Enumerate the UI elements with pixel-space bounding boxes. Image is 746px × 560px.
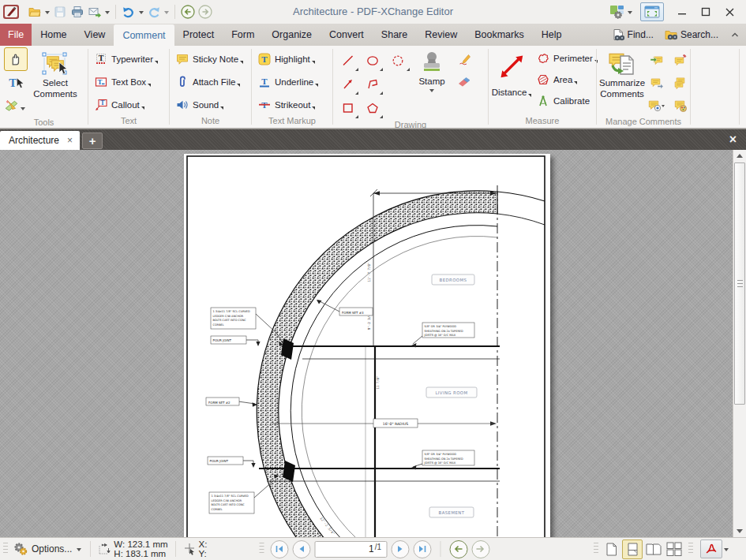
options-dropdown-icon[interactable] (77, 548, 81, 551)
tab-help[interactable]: Help (533, 24, 571, 46)
polygon-tool-button[interactable] (360, 96, 384, 120)
measure-tools-button[interactable] (2, 95, 28, 117)
collapse-ribbon-icon[interactable] (724, 24, 746, 46)
underline-button[interactable]: T Underline (257, 70, 330, 93)
text-box-button[interactable]: T Text Box (93, 70, 167, 93)
acrobat-dropdown-icon[interactable] (724, 548, 729, 551)
open-button[interactable] (26, 2, 43, 21)
stamp-button[interactable]: Stamp (411, 47, 452, 120)
print-button[interactable] (69, 2, 86, 21)
document-tab-architecture[interactable]: Architecture × (0, 131, 80, 150)
highlight-button[interactable]: T Highlight (257, 47, 330, 70)
redo-dropdown-icon[interactable] (164, 11, 169, 14)
next-page-button[interactable] (391, 540, 409, 558)
forward-button[interactable] (197, 2, 214, 21)
summarize-comments-button[interactable]: Summarize Comments (599, 47, 645, 117)
tab-bookmarks[interactable]: Bookmarks (466, 24, 533, 46)
single-page-view-button[interactable] (602, 540, 620, 558)
export-comments-button[interactable] (645, 71, 669, 94)
tab-home[interactable]: Home (32, 24, 75, 46)
two-page-continuous-view-button[interactable] (665, 540, 684, 558)
new-document-tab-button[interactable]: + (82, 133, 103, 149)
pin-comment-button[interactable] (669, 48, 692, 71)
tab-organize[interactable]: Organize (263, 24, 321, 46)
callout-button[interactable]: T Callout (93, 93, 167, 116)
tab-review[interactable]: Review (416, 24, 466, 46)
find-button[interactable]: Find... (606, 24, 659, 46)
document-canvas[interactable]: 11'-7 7/8" 9'-2 3/4" 11 7/8" 12'-2 3/4" (0, 150, 746, 537)
open-dropdown-icon[interactable] (45, 11, 50, 14)
eraser-tool-button[interactable] (453, 71, 475, 91)
open-in-acrobat-button[interactable] (700, 539, 722, 558)
distance-button[interactable]: Distance (490, 85, 534, 99)
close-button[interactable] (718, 2, 741, 21)
perimeter-button[interactable]: Perimeter (535, 47, 599, 69)
area-icon (537, 73, 549, 86)
rectangle-tool-button[interactable] (336, 96, 360, 120)
tab-view[interactable]: View (76, 24, 114, 46)
continuous-view-button[interactable] (622, 539, 643, 559)
comment-styles-button[interactable] (669, 94, 692, 117)
show-comments-button[interactable] (645, 94, 669, 117)
session-button[interactable] (609, 2, 626, 21)
save-button[interactable] (51, 2, 69, 21)
fullscreen-button[interactable] (640, 2, 664, 21)
strikeout-button[interactable]: T Strikeout (257, 93, 330, 116)
last-page-button[interactable] (413, 540, 431, 558)
close-pane-icon[interactable]: × (720, 129, 746, 150)
options-button[interactable]: Options... (10, 542, 85, 556)
ledger-note-bottom-line4: CORBEL (212, 508, 223, 511)
undo-button[interactable] (120, 2, 137, 21)
history-forward-button[interactable] (471, 540, 489, 558)
page-number-input[interactable] (343, 543, 374, 554)
tab-comment[interactable]: Comment (114, 24, 174, 46)
polygon-line-tool-button[interactable] (360, 73, 384, 96)
attach-file-button[interactable]: Attach File (174, 70, 249, 93)
calibrate-button[interactable]: Calibrate (535, 90, 599, 111)
redo-button[interactable] (145, 2, 163, 21)
comments-list-button[interactable] (669, 71, 692, 94)
cloud-tool-button[interactable] (384, 49, 411, 73)
measure-tools-dropdown-icon[interactable] (21, 107, 25, 110)
typewriter-button[interactable]: T Typewriter (93, 47, 167, 70)
tab-share[interactable]: Share (373, 24, 416, 46)
email-button[interactable] (86, 2, 103, 21)
first-page-button[interactable] (270, 540, 288, 558)
maximize-button[interactable] (694, 2, 718, 21)
tab-form[interactable]: Form (223, 24, 263, 46)
previous-page-button[interactable] (292, 540, 310, 558)
pdf-page[interactable]: 11'-7 7/8" 9'-2 3/4" 11 7/8" 12'-2 3/4" (184, 154, 550, 537)
import-comments-button[interactable] (645, 48, 669, 71)
document-tab-close-icon[interactable]: × (67, 136, 73, 144)
area-button[interactable]: Area (535, 69, 599, 90)
sound-button[interactable]: Sound (174, 93, 249, 116)
scroll-down-icon[interactable] (733, 525, 746, 537)
undo-dropdown-icon[interactable] (139, 11, 144, 14)
search-button[interactable]: Search... (659, 24, 724, 46)
ledger-note-bottom-line2: LEDGER C/W ANCHOR (212, 499, 242, 502)
tab-protect[interactable]: Protect (174, 24, 223, 46)
vertical-scrollbar[interactable] (733, 150, 746, 537)
two-page-view-button[interactable] (644, 540, 663, 558)
minimize-button[interactable] (670, 2, 694, 21)
select-comments-button[interactable]: Select Comments (28, 47, 82, 118)
tab-convert[interactable]: Convert (321, 24, 373, 46)
oval-tool-button[interactable] (360, 49, 384, 73)
email-dropdown-icon[interactable] (105, 11, 110, 14)
stamp-dropdown-icon[interactable] (429, 89, 434, 92)
comment-styles-icon (674, 99, 687, 112)
tab-file[interactable]: File (0, 24, 32, 46)
line-tool-button[interactable] (336, 49, 360, 73)
session-dropdown-icon[interactable] (628, 11, 632, 14)
back-button[interactable] (179, 2, 197, 21)
app-logo-icon[interactable] (2, 2, 20, 21)
scroll-up-icon[interactable] (733, 150, 746, 162)
select-text-tool-button[interactable]: T (5, 72, 27, 94)
pencil-tool-button[interactable] (453, 50, 475, 70)
page-number-box[interactable]: /1 (314, 541, 387, 558)
hand-tool-button[interactable] (4, 47, 28, 71)
arrow-tool-button[interactable] (336, 73, 360, 96)
history-back-button[interactable] (449, 540, 467, 558)
sticky-note-button[interactable]: Sticky Note (174, 47, 249, 70)
scrollbar-thumb[interactable] (734, 162, 745, 405)
